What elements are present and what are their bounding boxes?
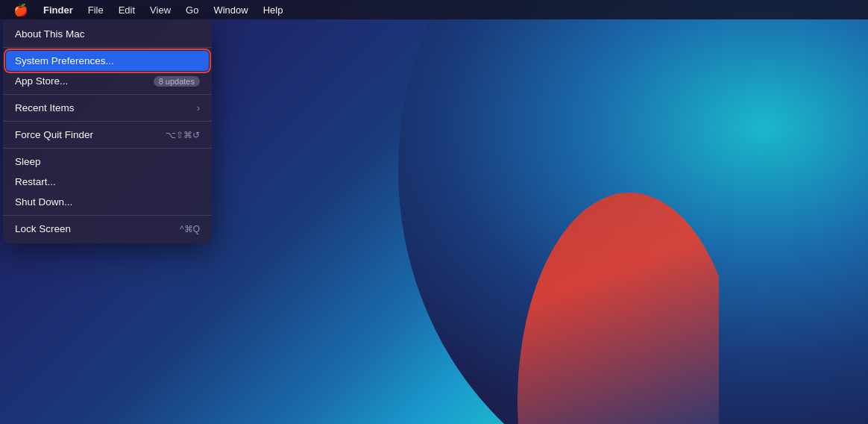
menu-item-restart[interactable]: Restart...	[3, 172, 212, 192]
apple-icon: 🍎	[13, 3, 28, 17]
menubar-help-label: Help	[263, 4, 283, 16]
menu-item-app-store-label: App Store...	[15, 75, 68, 87]
menu-item-recent-items-label: Recent Items	[15, 102, 75, 113]
menu-separator-2	[3, 94, 212, 95]
menu-separator-5	[3, 215, 212, 216]
apple-menu-button[interactable]: 🍎	[6, 0, 36, 19]
apple-menu-dropdown: About This Mac System Preferences... App…	[3, 19, 212, 243]
menubar: 🍎 Finder File Edit View Go Window Help	[0, 0, 868, 19]
menu-item-restart-label: Restart...	[15, 176, 56, 187]
menu-item-system-prefs-label: System Preferences...	[15, 55, 114, 66]
lock-screen-shortcut: ^⌘Q	[180, 224, 200, 234]
menubar-window[interactable]: Window	[206, 0, 255, 19]
menu-item-force-quit-label: Force Quit Finder	[15, 129, 93, 140]
menu-item-recent-items[interactable]: Recent Items ›	[3, 98, 212, 118]
menubar-finder[interactable]: Finder	[36, 0, 81, 19]
menubar-go[interactable]: Go	[178, 0, 206, 19]
app-store-badge: 8 updates	[154, 76, 200, 87]
menubar-help[interactable]: Help	[256, 0, 291, 19]
menubar-view[interactable]: View	[142, 0, 178, 19]
menu-item-sleep-label: Sleep	[15, 156, 41, 167]
menu-item-shut-down[interactable]: Shut Down...	[3, 192, 212, 212]
menubar-file[interactable]: File	[81, 0, 111, 19]
menu-item-about-label: About This Mac	[15, 28, 85, 40]
menu-separator-3	[3, 121, 212, 122]
menubar-file-label: File	[88, 4, 104, 16]
menu-item-lock-screen[interactable]: Lock Screen ^⌘Q	[3, 219, 212, 239]
menu-item-sleep[interactable]: Sleep	[3, 152, 212, 172]
menu-separator-4	[3, 148, 212, 149]
menubar-go-label: Go	[186, 4, 198, 16]
menu-item-system-prefs[interactable]: System Preferences...	[6, 51, 209, 71]
menu-item-force-quit[interactable]: Force Quit Finder ⌥⇧⌘↺	[3, 125, 212, 145]
force-quit-shortcut: ⌥⇧⌘↺	[166, 130, 200, 140]
menu-separator-1	[3, 47, 212, 48]
menu-item-about[interactable]: About This Mac	[3, 24, 212, 44]
menu-item-app-store[interactable]: App Store... 8 updates	[3, 71, 212, 91]
menubar-window-label: Window	[213, 4, 248, 16]
menubar-edit-label: Edit	[119, 4, 135, 16]
chevron-right-icon: ›	[197, 103, 200, 113]
menubar-finder-label: Finder	[43, 4, 73, 16]
menu-item-shut-down-label: Shut Down...	[15, 196, 72, 208]
menubar-edit[interactable]: Edit	[111, 0, 142, 19]
menubar-view-label: View	[150, 4, 171, 16]
menu-item-lock-screen-label: Lock Screen	[15, 223, 71, 234]
